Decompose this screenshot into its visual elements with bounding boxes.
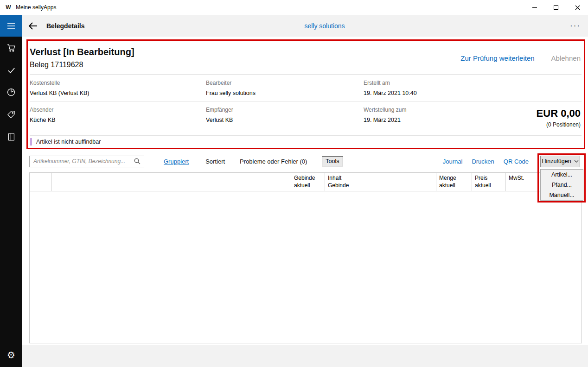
tag-icon [6,110,16,119]
close-icon [575,5,580,10]
search-input[interactable] [33,158,134,165]
tools-button[interactable]: Tools [322,156,343,166]
field-erstellt-am: Erstellt am 19. März 2021 10:40 [364,80,582,96]
sidebar-item-journal[interactable] [0,126,22,148]
app-header: Belegdetails selly solutions ··· [22,15,588,37]
add-button-label: Hinzufügen [542,158,571,165]
document-number: Beleg 17119628 [30,61,134,69]
menu-item-pfand[interactable]: Pfand... [541,180,583,190]
table-header-menge: Menge aktuell [436,173,472,191]
maximize-icon [554,5,558,10]
table-header-empty-1 [30,173,52,191]
app-frame: ⚙ Belegdetails selly solutions ··· Verlu… [0,15,588,367]
field-kostenstelle: Kostenstelle Verlust KB (Verlust KB) [30,80,206,96]
document-title: Verlust [In Bearbeitung] [30,47,134,57]
fields-row-1: Kostenstelle Verlust KB (Verlust KB) Bea… [30,74,582,101]
document-header: Verlust [In Bearbeitung] Beleg 17119628 … [30,41,582,74]
add-dropdown-menu: Artikel... Pfand... Manuell... [540,169,583,201]
sidebar-item-tasks[interactable] [0,59,22,81]
chevron-down-icon [574,160,579,163]
table-header-gebinde: Gebinde aktuell [291,173,325,191]
field-label: Erstellt am [364,80,582,86]
positions-count: (0 Positionen) [537,121,581,128]
back-button[interactable] [22,22,44,30]
field-value: Verlust KB (Verlust KB) [30,90,206,96]
field-value: Küche KB [30,117,206,123]
back-arrow-icon [28,22,38,30]
table-header-preis: Preis aktuell [472,173,506,191]
field-label: Bearbeiter [206,80,364,86]
fields-row-2: Absender Küche KB Empfänger Verlust KB W… [30,101,582,135]
positions-toolbar: Gruppiert Sortiert Probleme oder Fehler … [29,155,585,167]
field-value: 19. März 2021 10:40 [364,90,582,96]
toolbar-right: Journal Drucken QR Code Hinzufügen [443,156,585,167]
more-button[interactable]: ··· [570,21,581,31]
table-header-description [52,173,291,191]
document-total: EUR 0,00 (0 Positionen) [537,107,582,128]
forward-review-link[interactable]: Zur Prüfung weiterleiten [460,54,534,62]
field-empfaenger: Empfänger Verlust KB [206,107,364,123]
field-value: Frau selly solutions [206,90,364,96]
app-icon: W [5,4,12,11]
search-icon[interactable] [134,158,141,165]
cart-icon [6,43,16,53]
app-name-label: selly solutions [61,22,588,30]
document-actions: Zur Prüfung weiterleiten Ablehnen [460,54,582,62]
table-header-row: Gebinde aktuell Inhalt Gebinde Menge akt… [30,173,582,191]
qr-code-link[interactable]: QR Code [504,158,529,165]
table-header-inhalt: Inhalt Gebinde [325,173,436,191]
content-area: Verlust [In Bearbeitung] Beleg 17119628 … [22,37,588,345]
sidebar-item-cart[interactable] [0,37,22,59]
field-label: Wertstellung zum [364,107,479,113]
main-area: Belegdetails selly solutions ··· Verlust… [22,15,588,367]
journal-icon [7,133,16,141]
document-titles: Verlust [In Bearbeitung] Beleg 17119628 [30,47,134,69]
window-title: Meine sellyApps [16,4,56,11]
minimize-icon [532,7,537,8]
field-label: Absender [30,107,206,113]
positions-table: Gebinde aktuell Inhalt Gebinde Menge akt… [29,172,582,343]
footer-strip [22,345,588,367]
menu-item-manuell[interactable]: Manuell... [541,190,583,200]
field-bearbeiter: Bearbeiter Frau selly solutions [206,80,364,96]
sidebar: ⚙ [0,15,22,367]
pie-chart-icon [6,88,16,97]
maximize-button[interactable] [545,0,567,15]
sidebar-item-prices[interactable] [0,103,22,126]
journal-link[interactable]: Journal [443,158,463,165]
table-header-mwst: MwSt. [506,173,538,191]
close-button[interactable] [567,0,588,15]
reject-link[interactable]: Ablehnen [551,54,581,62]
page-title: Belegdetails [46,22,84,30]
field-label: Kostenstelle [30,80,206,86]
grouped-toggle[interactable]: Gruppiert [164,158,189,165]
field-absender: Absender Küche KB [30,107,206,123]
field-value: 19. März 2021 [364,117,479,123]
sidebar-item-settings[interactable]: ⚙ [0,344,22,366]
status-row: Artikel ist nicht auffindbar [30,135,582,148]
menu-button[interactable] [0,15,22,37]
document-details-panel: Verlust [In Bearbeitung] Beleg 17119628 … [26,39,585,149]
hamburger-icon [7,23,15,29]
field-wertstellung: Wertstellung zum 19. März 2021 [364,107,479,123]
status-color-bar [30,138,32,146]
total-amount: EUR 0,00 [537,108,581,120]
problems-errors-link[interactable]: Probleme oder Fehler (0) [240,158,307,165]
minimize-button[interactable] [524,0,545,15]
menu-item-artikel[interactable]: Artikel... [541,170,583,180]
window-titlebar: W Meine sellyApps [0,0,588,15]
table-body-empty [30,191,582,343]
add-button[interactable]: Hinzufügen [540,156,580,167]
window-controls [524,0,588,15]
field-label: Empfänger [206,107,364,113]
check-icon [7,66,16,75]
sidebar-item-statistics[interactable] [0,81,22,103]
print-link[interactable]: Drucken [472,158,494,165]
gear-icon: ⚙ [7,350,15,360]
status-message: Artikel ist nicht auffindbar [36,139,101,145]
sorted-toggle[interactable]: Sortiert [205,158,225,165]
search-box [29,156,144,167]
field-value: Verlust KB [206,117,364,123]
